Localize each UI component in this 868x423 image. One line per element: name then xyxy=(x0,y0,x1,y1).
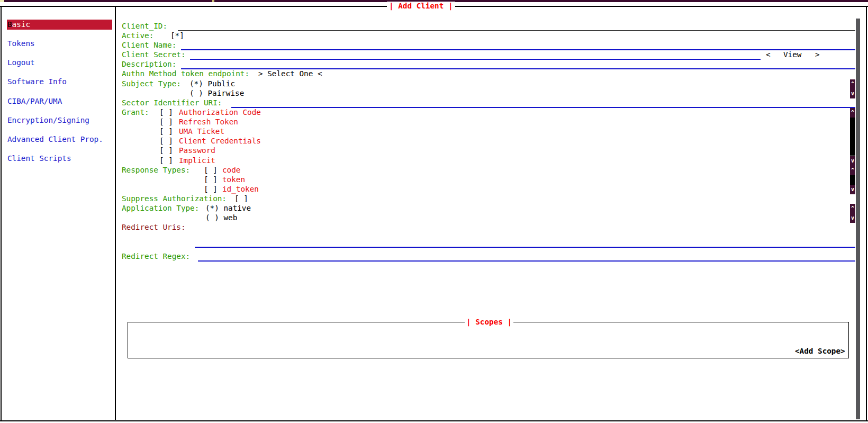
active-checkbox[interactable]: [*] xyxy=(170,31,184,40)
grant-refresh-token-checkbox[interactable]: [ ] xyxy=(159,118,173,127)
authn-method-label: Authn Method token endpoint: xyxy=(122,69,249,78)
grant-refresh-token-label[interactable]: Refresh Token xyxy=(179,118,238,127)
active-label: Active: xyxy=(122,31,153,40)
application-type-option-native[interactable]: (*) native xyxy=(205,204,251,213)
view-button-right-arrow[interactable]: > xyxy=(815,50,820,59)
application-type-native-radio: (*) xyxy=(205,204,219,212)
subject-type-scroll-down-icon[interactable]: v xyxy=(850,89,855,98)
redirect-regex-input[interactable] xyxy=(198,260,855,262)
dialog-title: | Add Client | xyxy=(387,2,455,10)
redirect-uris-label: Redirect Uris: xyxy=(122,223,186,232)
client-id-label: Client_ID: xyxy=(122,22,167,31)
grant-authorization-code-label[interactable]: Authorization Code xyxy=(179,108,261,117)
subject-type-public-radio: (*) xyxy=(189,79,203,88)
add-scope-button[interactable]: <Add Scope> xyxy=(795,347,845,355)
application-type-scroll-up-icon[interactable]: ^ xyxy=(850,204,855,213)
redirect-regex-label: Redirect Regex: xyxy=(122,252,190,261)
suppress-authorization-checkbox[interactable]: [ ] xyxy=(234,194,248,203)
view-button-left-arrow[interactable]: < xyxy=(766,50,771,59)
grant-uma-ticket-checkbox[interactable]: [ ] xyxy=(159,127,173,136)
application-type-option-web[interactable]: ( ) web xyxy=(205,213,237,222)
application-type-web-radio: ( ) xyxy=(205,213,219,222)
client-name-label: Client Name: xyxy=(122,41,176,50)
window-scrollbar[interactable] xyxy=(856,19,860,419)
subject-type-label: Subject Type: xyxy=(122,79,181,88)
grant-password-checkbox[interactable]: [ ] xyxy=(159,146,173,155)
response-types-scroll-down-icon[interactable]: v xyxy=(850,185,855,194)
response-id-token-checkbox[interactable]: [ ] xyxy=(204,185,218,194)
scopes-title: | Scopes | xyxy=(465,318,513,326)
subject-type-public-label: Public xyxy=(207,79,235,88)
subject-type-option-public[interactable]: (*) Public xyxy=(189,79,235,88)
response-code-checkbox[interactable]: [ ] xyxy=(204,166,218,175)
subject-type-pairwise-label: Pairwise xyxy=(207,89,244,97)
grant-scroll-down-icon[interactable]: v xyxy=(850,156,855,166)
response-types-scroll-track[interactable] xyxy=(850,175,855,185)
frame-border-bottom xyxy=(0,420,868,421)
grant-uma-ticket-label[interactable]: UMA Ticket xyxy=(179,127,224,136)
grant-authorization-code-checkbox[interactable]: [ ] xyxy=(159,108,173,117)
subject-type-option-pairwise[interactable]: ( ) Pairwise xyxy=(189,89,244,98)
add-client-dialog: | Add Client | Basic Tokens Logout Softw… xyxy=(0,0,868,423)
response-id-token-label[interactable]: id_token xyxy=(222,185,259,194)
suppress-authorization-label: Suppress Authorization: xyxy=(122,194,227,203)
grant-password-label[interactable]: Password xyxy=(179,146,215,155)
grant-scroll-track[interactable] xyxy=(850,118,855,156)
grant-implicit-label[interactable]: Implicit xyxy=(179,156,215,165)
grant-scroll-up-icon[interactable]: ^ xyxy=(850,108,855,118)
client-secret-label: Client Secret: xyxy=(122,50,186,59)
redirect-uris-input[interactable] xyxy=(195,247,855,248)
response-types-label: Response Types: xyxy=(122,166,190,175)
grant-label: Grant: xyxy=(122,108,149,117)
subject-type-scroll-up-icon[interactable]: ^ xyxy=(850,79,855,89)
scopes-list[interactable] xyxy=(128,322,849,358)
window-titlebar-tick xyxy=(212,0,214,2)
application-type-native-label: native xyxy=(223,204,251,212)
grant-client-credentials-label[interactable]: Client Credentials xyxy=(179,137,261,146)
subject-type-pairwise-radio: ( ) xyxy=(189,89,203,97)
application-type-web-label: web xyxy=(223,213,237,222)
grant-implicit-checkbox[interactable]: [ ] xyxy=(159,156,173,165)
window-titlebar-corner xyxy=(0,0,4,2)
view-button[interactable]: View xyxy=(783,50,801,59)
application-type-label: Application Type: xyxy=(122,204,199,213)
grant-client-credentials-checkbox[interactable]: [ ] xyxy=(159,137,173,146)
response-token-checkbox[interactable]: [ ] xyxy=(204,175,218,184)
response-token-label[interactable]: token xyxy=(222,175,245,184)
response-code-label[interactable]: code xyxy=(222,166,240,175)
authn-method-select[interactable]: > Select One < xyxy=(258,69,322,78)
application-type-scroll-down-icon[interactable]: v xyxy=(850,213,855,223)
description-label: Description: xyxy=(122,60,176,69)
response-types-scroll-up-icon[interactable]: ^ xyxy=(850,166,855,175)
sector-identifier-uri-label: Sector Identifier URI: xyxy=(122,98,222,107)
